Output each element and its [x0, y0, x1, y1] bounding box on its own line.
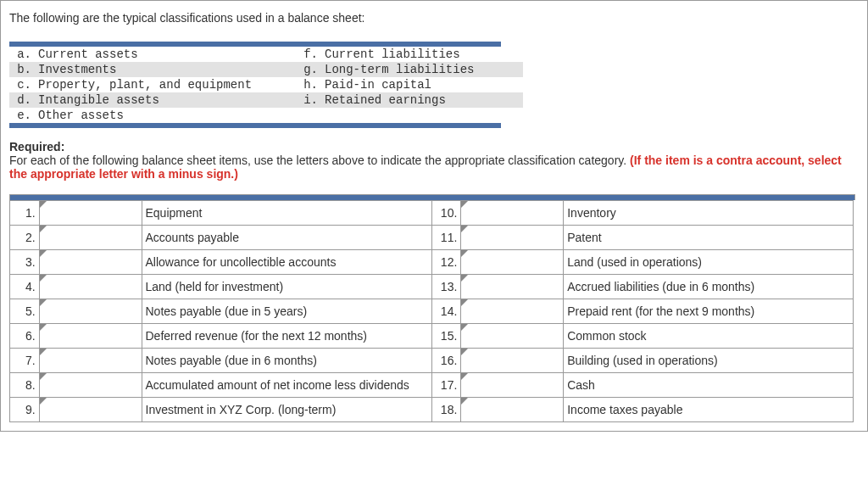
- item-description: Income taxes payable: [564, 398, 854, 422]
- item-description: Investment in XYZ Corp. (long-term): [142, 398, 431, 422]
- classification-row: b.Investmentsg.Long-term liabilities: [9, 62, 523, 77]
- answer-input-cell[interactable]: [39, 398, 142, 422]
- answer-input-cell[interactable]: [39, 226, 142, 250]
- answer-input-cell[interactable]: [461, 299, 564, 324]
- item-description: Deferred revenue (for the next 12 months…: [142, 324, 431, 349]
- dropdown-icon: [461, 226, 468, 232]
- intro-text: The following are the typical classifica…: [1, 11, 867, 33]
- item-number: 18.: [431, 398, 461, 422]
- answer-input-cell[interactable]: [39, 373, 142, 398]
- item-description: Allowance for uncollectible accounts: [142, 250, 431, 275]
- class-desc: Paid-in capital: [321, 77, 523, 92]
- item-number: 1.: [10, 201, 40, 226]
- item-number: 8.: [10, 373, 40, 398]
- required-text: For each of the following balance sheet …: [9, 153, 630, 167]
- answer-input-cell[interactable]: [39, 324, 142, 349]
- class-letter: f.: [296, 47, 321, 62]
- answer-input-cell[interactable]: [39, 275, 142, 299]
- class-desc: Property, plant, and equipment: [35, 77, 296, 92]
- item-description: Notes payable (due in 6 months): [142, 349, 431, 373]
- dropdown-icon: [461, 398, 468, 405]
- answer-input-cell[interactable]: [461, 398, 564, 422]
- classification-block: a.Current assetsf.Current liabilitiesb.I…: [9, 42, 859, 128]
- answer-row: 7.Notes payable (due in 6 months)16.Buil…: [10, 349, 854, 373]
- class-desc: [321, 108, 523, 123]
- answer-row: 4.Land (held for investment)13.Accrued l…: [10, 275, 854, 299]
- class-letter: [296, 108, 321, 123]
- answer-input-cell[interactable]: [461, 324, 564, 349]
- dropdown-icon: [461, 349, 468, 355]
- answer-row: 5.Notes payable (due in 5 years)14.Prepa…: [10, 299, 854, 324]
- answer-input-cell[interactable]: [461, 201, 564, 226]
- class-desc: Current liabilities: [321, 47, 523, 62]
- dropdown-icon: [40, 275, 47, 282]
- dropdown-icon: [461, 275, 468, 282]
- item-number: 10.: [431, 201, 461, 226]
- dropdown-icon: [461, 250, 468, 257]
- required-block: Required: For each of the following bala…: [9, 140, 859, 181]
- answers-block: 1.Equipment10.Inventory2.Accounts payabl…: [9, 194, 859, 422]
- item-number: 15.: [431, 324, 461, 349]
- answer-input-cell[interactable]: [461, 250, 564, 275]
- classification-row: d.Intangible assetsi.Retained earnings: [9, 92, 523, 108]
- item-number: 7.: [10, 349, 40, 373]
- item-number: 12.: [431, 250, 461, 275]
- classification-row: e.Other assets: [9, 108, 523, 123]
- item-description: Land (held for investment): [142, 275, 431, 299]
- answer-input-cell[interactable]: [39, 299, 142, 324]
- answer-row: 9.Investment in XYZ Corp. (long-term)18.…: [10, 398, 854, 422]
- answer-row: 6.Deferred revenue (for the next 12 mont…: [10, 324, 854, 349]
- item-description: Cash: [564, 373, 854, 398]
- class-desc: Retained earnings: [321, 92, 523, 108]
- classification-table: a.Current assetsf.Current liabilitiesb.I…: [9, 47, 523, 123]
- class-letter: b.: [9, 62, 35, 77]
- dropdown-icon: [40, 398, 47, 405]
- item-number: 2.: [10, 226, 40, 250]
- classification-row: c.Property, plant, and equipmenth.Paid-i…: [9, 77, 523, 92]
- answer-input-cell[interactable]: [461, 349, 564, 373]
- class-desc: Investments: [35, 62, 296, 77]
- dropdown-icon: [40, 201, 47, 208]
- classification-row: a.Current assetsf.Current liabilities: [9, 47, 523, 62]
- class-desc: Long-term liabilities: [321, 62, 523, 77]
- item-number: 4.: [10, 275, 40, 299]
- item-number: 5.: [10, 299, 40, 324]
- dropdown-icon: [40, 349, 47, 355]
- answer-input-cell[interactable]: [461, 275, 564, 299]
- item-description: Patent: [564, 226, 854, 250]
- required-label: Required:: [9, 140, 64, 153]
- answer-row: 2.Accounts payable11.Patent: [10, 226, 854, 250]
- answer-input-cell[interactable]: [461, 226, 564, 250]
- dropdown-icon: [461, 324, 468, 331]
- dropdown-icon: [40, 226, 47, 232]
- dropdown-icon: [461, 299, 468, 306]
- item-description: Inventory: [564, 201, 854, 226]
- item-description: Common stock: [564, 324, 854, 349]
- dropdown-icon: [461, 201, 468, 208]
- class-letter: i.: [296, 92, 321, 108]
- dropdown-icon: [40, 324, 47, 331]
- answer-input-cell[interactable]: [39, 250, 142, 275]
- item-description: Accumulated amount of net income less di…: [142, 373, 431, 398]
- section-bottom-bar: [9, 123, 501, 128]
- answers-table: 1.Equipment10.Inventory2.Accounts payabl…: [9, 200, 854, 422]
- item-description: Equipment: [142, 201, 431, 226]
- item-number: 13.: [431, 275, 461, 299]
- class-desc: Other assets: [35, 108, 296, 123]
- item-description: Notes payable (due in 5 years): [142, 299, 431, 324]
- class-letter: h.: [296, 77, 321, 92]
- page-container: The following are the typical classifica…: [0, 0, 868, 432]
- class-letter: c.: [9, 77, 35, 92]
- item-number: 17.: [431, 373, 461, 398]
- class-desc: Current assets: [35, 47, 296, 62]
- item-description: Accrued liabilities (due in 6 months): [564, 275, 854, 299]
- item-number: 9.: [10, 398, 40, 422]
- answer-row: 8.Accumulated amount of net income less …: [10, 373, 854, 398]
- item-description: Building (used in operations): [564, 349, 854, 373]
- item-number: 14.: [431, 299, 461, 324]
- answer-input-cell[interactable]: [461, 373, 564, 398]
- answer-input-cell[interactable]: [39, 349, 142, 373]
- item-number: 16.: [431, 349, 461, 373]
- answer-input-cell[interactable]: [39, 201, 142, 226]
- class-letter: g.: [296, 62, 321, 77]
